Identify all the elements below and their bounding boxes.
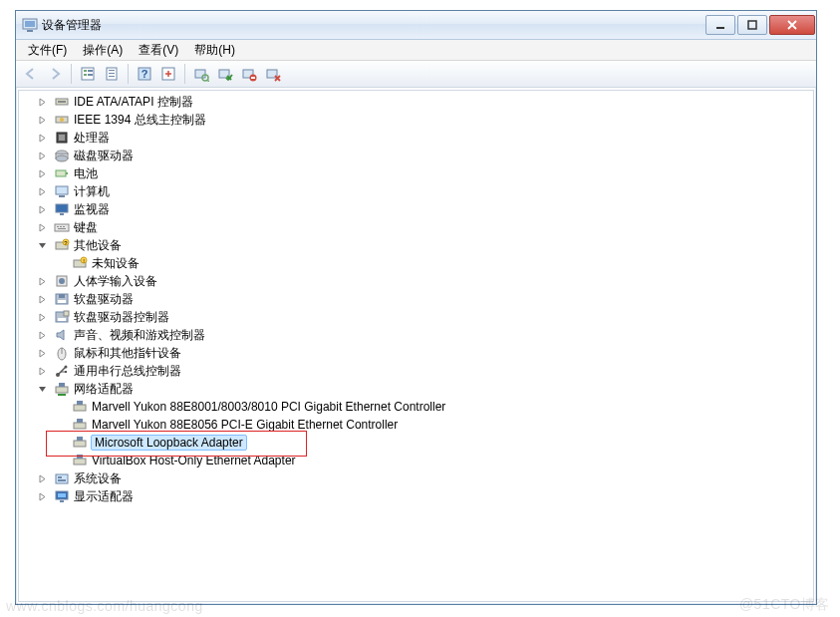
keyboard-icon <box>54 219 70 235</box>
tree-item[interactable]: 监视器 <box>35 200 813 218</box>
tree-item-label: 磁盘驱动器 <box>74 148 134 164</box>
expand-icon[interactable] <box>37 276 48 287</box>
expand-icon[interactable] <box>37 366 48 377</box>
svg-rect-74 <box>58 476 62 478</box>
network-icon <box>54 381 70 397</box>
close-button[interactable] <box>769 15 815 35</box>
svg-rect-71 <box>74 459 86 464</box>
tree-item[interactable]: 键盘 <box>35 218 813 236</box>
expand-icon[interactable] <box>37 222 48 233</box>
svg-rect-39 <box>55 224 69 231</box>
tree-item[interactable]: IEEE 1394 总线主控制器 <box>35 111 813 129</box>
expand-icon[interactable] <box>37 115 48 126</box>
expand-icon[interactable] <box>37 473 48 484</box>
tree-item-label: Microsoft Loopback Adapter <box>91 435 247 451</box>
tree-item-label: IDE ATA/ATAPI 控制器 <box>74 94 193 111</box>
svg-rect-1 <box>25 21 35 27</box>
tree-item[interactable]: IDE ATA/ATAPI 控制器 <box>35 93 813 111</box>
toolbar: ? <box>16 61 816 88</box>
ieee-icon <box>54 112 70 128</box>
toolbar-disable-button[interactable] <box>238 63 260 85</box>
tree-item-label: IEEE 1394 总线主控制器 <box>74 112 206 129</box>
expand-icon[interactable] <box>37 151 48 161</box>
toolbar-uninstall-button[interactable] <box>262 63 284 85</box>
system-icon <box>54 470 70 486</box>
tree-item[interactable]: 声音、视频和游戏控制器 <box>35 326 813 344</box>
floppy-icon <box>54 291 70 307</box>
toolbar-scan-button[interactable] <box>190 63 212 85</box>
expand-icon[interactable] <box>37 133 48 144</box>
menu-action[interactable]: 操作(A) <box>75 40 131 61</box>
toolbar-separator <box>71 64 72 84</box>
toolbar-enable-button[interactable] <box>214 63 236 85</box>
svg-point-32 <box>56 155 68 161</box>
menu-view[interactable]: 查看(V) <box>131 40 186 61</box>
tree-item[interactable]: 处理器 <box>35 129 813 147</box>
tree-item-label: 处理器 <box>74 130 110 147</box>
unknown-icon: ! <box>72 255 88 271</box>
watermark-left: www.cnblogs.com/huangcong <box>6 598 203 614</box>
toolbar-tree-button[interactable] <box>77 63 99 85</box>
expand-icon[interactable] <box>37 294 48 305</box>
toolbar-forward-button[interactable] <box>44 63 66 85</box>
svg-rect-78 <box>60 500 64 502</box>
hid-icon <box>54 273 70 289</box>
toolbar-properties-button[interactable] <box>101 63 123 85</box>
tree-item[interactable]: 网络适配器 <box>35 380 813 398</box>
maximize-button[interactable] <box>737 15 767 35</box>
tree-item[interactable]: 电池 <box>35 164 813 182</box>
tree-item[interactable]: 人体学输入设备 <box>35 272 813 290</box>
svg-point-27 <box>60 118 64 122</box>
tree-item[interactable]: !未知设备 <box>53 254 813 272</box>
tree-item[interactable]: 系统设备 <box>35 469 813 487</box>
expand-icon[interactable] <box>37 204 48 215</box>
tree-item[interactable]: Microsoft Loopback Adapter <box>53 434 813 452</box>
svg-rect-33 <box>56 170 66 176</box>
expand-icon[interactable] <box>37 348 48 359</box>
tree-item-label: 键盘 <box>74 219 98 236</box>
tree-item[interactable]: 软盘驱动器 <box>35 290 813 308</box>
tree-item[interactable]: VirtualBox Host-Only Ethernet Adapter <box>53 452 813 469</box>
tree-panel[interactable]: IDE ATA/ATAPI 控制器IEEE 1394 总线主控制器处理器磁盘驱动… <box>18 90 814 602</box>
tree-item[interactable]: Marvell Yukon 88E8001/8003/8010 PCI Giga… <box>53 398 813 416</box>
svg-rect-3 <box>716 27 724 29</box>
svg-rect-4 <box>748 21 756 29</box>
tree-item-label: 通用串行总线控制器 <box>74 363 181 380</box>
tree-item[interactable]: ?其他设备 <box>35 236 813 254</box>
svg-rect-11 <box>109 70 115 71</box>
expand-icon[interactable] <box>37 186 48 197</box>
menu-file[interactable]: 文件(F) <box>20 40 75 61</box>
expand-icon[interactable] <box>37 330 48 341</box>
nic-icon <box>72 435 88 451</box>
tree-item[interactable]: 通用串行总线控制器 <box>35 362 813 380</box>
tree-item[interactable]: 磁盘驱动器 <box>35 147 813 164</box>
expand-icon[interactable] <box>37 491 48 502</box>
svg-rect-17 <box>195 70 205 78</box>
tree-item[interactable]: 软盘驱动器控制器 <box>35 308 813 326</box>
tree-item[interactable]: 显示适配器 <box>35 487 813 505</box>
sound-icon <box>54 327 70 343</box>
svg-rect-37 <box>56 204 68 212</box>
menu-help[interactable]: 帮助(H) <box>186 40 243 61</box>
toolbar-help-button[interactable]: ? <box>134 63 155 85</box>
collapse-icon[interactable] <box>37 384 48 395</box>
svg-rect-7 <box>84 74 87 76</box>
svg-rect-70 <box>77 437 83 441</box>
other-icon: ? <box>54 237 70 253</box>
tree-item[interactable]: 计算机 <box>35 182 813 200</box>
svg-rect-42 <box>63 226 65 227</box>
expand-icon[interactable] <box>37 312 48 323</box>
tree-item-label: 电池 <box>74 165 98 182</box>
minimize-button[interactable] <box>705 15 735 35</box>
svg-rect-34 <box>66 172 68 174</box>
toolbar-action-button[interactable] <box>157 63 179 85</box>
tree-item[interactable]: Marvell Yukon 88E8056 PCI-E Gigabit Ethe… <box>53 416 813 434</box>
nic-icon <box>72 399 88 415</box>
svg-rect-9 <box>88 74 93 76</box>
collapse-icon[interactable] <box>37 240 48 251</box>
expand-icon[interactable] <box>37 97 48 108</box>
tree-item[interactable]: 鼠标和其他指针设备 <box>35 344 813 362</box>
toolbar-back-button[interactable] <box>20 63 42 85</box>
expand-icon[interactable] <box>37 168 48 179</box>
svg-rect-66 <box>77 401 83 405</box>
